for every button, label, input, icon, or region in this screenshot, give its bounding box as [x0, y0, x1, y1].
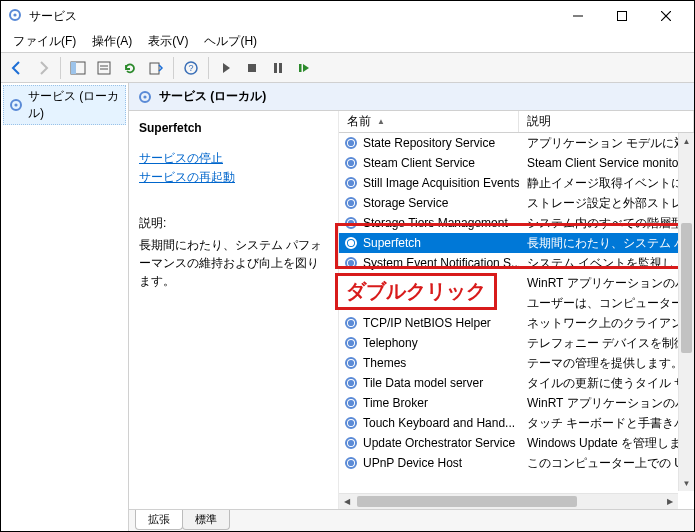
back-button[interactable] [5, 56, 29, 80]
service-desc-cell: このコンピューター上での UPnP デ [519, 455, 694, 472]
gear-icon [343, 435, 359, 451]
tree-item-label: サービス (ローカル) [28, 88, 121, 122]
svg-rect-15 [274, 63, 277, 73]
svg-point-25 [349, 161, 352, 164]
menu-file[interactable]: ファイル(F) [5, 31, 84, 52]
service-row[interactable]: Storage Serviceストレージ設定と外部ストレージの [339, 193, 694, 213]
svg-point-41 [349, 361, 352, 364]
pause-service-button[interactable] [266, 56, 290, 80]
service-name-cell: Time Broker [339, 395, 519, 411]
maximize-button[interactable] [600, 2, 644, 30]
scroll-right-arrow[interactable]: ▶ [662, 494, 678, 509]
export-list-button[interactable] [144, 56, 168, 80]
service-name-cell: Steam Client Service [339, 155, 519, 171]
horizontal-scrollbar[interactable]: ◀ ▶ [339, 493, 678, 509]
svg-point-24 [346, 158, 356, 168]
svg-point-32 [346, 238, 356, 248]
svg-point-48 [346, 438, 356, 448]
minimize-button[interactable] [556, 2, 600, 30]
service-desc-cell: テーマの管理を提供します。 [519, 355, 694, 372]
service-row[interactable]: Update Orchestrator ServiceWindows Updat… [339, 433, 694, 453]
gear-icon [137, 89, 153, 105]
toolbar-separator [208, 57, 209, 79]
service-name-cell: Telephony [339, 335, 519, 351]
service-row[interactable]: UPnP Device Hostこのコンピューター上での UPnP デ [339, 453, 694, 473]
service-name-cell: TCP/IP NetBIOS Helper [339, 315, 519, 331]
refresh-button[interactable] [118, 56, 142, 80]
service-name-cell: Update Orchestrator Service [339, 435, 519, 451]
start-service-button[interactable] [214, 56, 238, 80]
service-row[interactable]: Telephonyテレフォニー デバイスを制御するプ [339, 333, 694, 353]
gear-icon [8, 97, 24, 113]
svg-point-36 [346, 318, 356, 328]
service-row[interactable]: Tile Data model serverタイルの更新に使うタイル サーバ [339, 373, 694, 393]
svg-point-43 [349, 381, 352, 384]
service-name-cell: Still Image Acquisition Events [339, 175, 519, 191]
svg-rect-7 [71, 62, 76, 74]
show-hide-console-tree-button[interactable] [66, 56, 90, 80]
close-button[interactable] [644, 2, 688, 30]
gear-icon [343, 455, 359, 471]
properties-button[interactable] [92, 56, 116, 80]
svg-point-50 [346, 458, 356, 468]
menu-view[interactable]: 表示(V) [140, 31, 196, 52]
service-row[interactable]: Superfetch長期間にわたり、システム パフォー [339, 233, 694, 253]
menu-bar: ファイル(F) 操作(A) 表示(V) ヘルプ(H) [1, 31, 694, 53]
gear-icon [343, 315, 359, 331]
toolbar-separator [60, 57, 61, 79]
scroll-thumb-horizontal[interactable] [357, 496, 577, 507]
vertical-scrollbar[interactable]: ▲ ▼ [678, 133, 694, 491]
gear-icon [343, 355, 359, 371]
gear-icon [343, 215, 359, 231]
svg-point-23 [349, 141, 352, 144]
service-row[interactable]: Time BrokerWinRT アプリケーションのバックグ [339, 393, 694, 413]
svg-point-47 [349, 421, 352, 424]
sort-asc-icon: ▲ [377, 117, 385, 126]
service-name-cell: Themes [339, 355, 519, 371]
svg-rect-14 [248, 64, 256, 72]
svg-point-19 [14, 103, 17, 106]
service-row[interactable]: Themesテーマの管理を提供します。 [339, 353, 694, 373]
forward-button[interactable] [31, 56, 55, 80]
service-name-cell: System Event Notification S... [339, 255, 519, 271]
link-stop-service[interactable]: サービスの停止 [139, 149, 328, 168]
service-desc-cell: ネットワーク上のクライアントに対し [519, 315, 694, 332]
service-desc-cell: タッチ キーボードと手書きパネルの [519, 415, 694, 432]
service-desc-cell: ストレージ設定と外部ストレージの [519, 195, 694, 212]
service-desc-cell: システム内のすべての階層型記 [519, 215, 694, 232]
service-row[interactable]: System Event Notification S...システム イベントを… [339, 253, 694, 273]
service-name-cell: Superfetch [339, 235, 519, 251]
service-row[interactable]: State Repository Serviceアプリケーション モデルに対する… [339, 133, 694, 153]
scroll-thumb-vertical[interactable] [681, 223, 692, 353]
column-header-description[interactable]: 説明 [519, 111, 694, 132]
tab-standard[interactable]: 標準 [182, 510, 230, 530]
svg-point-37 [349, 321, 352, 324]
restart-service-button[interactable] [292, 56, 316, 80]
svg-point-46 [346, 418, 356, 428]
stop-service-button[interactable] [240, 56, 264, 80]
svg-point-42 [346, 378, 356, 388]
service-row[interactable]: TCP/IP NetBIOS Helperネットワーク上のクライアントに対し [339, 313, 694, 333]
help-button[interactable]: ? [179, 56, 203, 80]
scroll-up-arrow[interactable]: ▲ [679, 133, 694, 149]
menu-action[interactable]: 操作(A) [84, 31, 140, 52]
list-body[interactable]: State Repository Serviceアプリケーション モデルに対する… [339, 133, 694, 509]
svg-rect-3 [618, 12, 627, 21]
menu-help[interactable]: ヘルプ(H) [196, 31, 265, 52]
service-row[interactable]: Steam Client ServiceSteam Client Service… [339, 153, 694, 173]
scroll-left-arrow[interactable]: ◀ [339, 494, 355, 509]
service-row[interactable]: Touch Keyboard and Hand...タッチ キーボードと手書きパ… [339, 413, 694, 433]
svg-point-38 [346, 338, 356, 348]
service-row[interactable]: Still Image Acquisition Events静止イメージ取得イベ… [339, 173, 694, 193]
gear-icon [343, 235, 359, 251]
tree-item-services-local[interactable]: サービス (ローカル) [3, 85, 126, 125]
link-restart-service[interactable]: サービスの再起動 [139, 168, 328, 187]
svg-point-34 [346, 258, 356, 268]
gear-icon [343, 135, 359, 151]
tab-extended[interactable]: 拡張 [135, 510, 183, 530]
detail-row: Superfetch サービスの停止 サービスの再起動 説明: 長期間にわたり、… [129, 111, 694, 509]
service-row[interactable]: Storage Tiers Managementシステム内のすべての階層型記 [339, 213, 694, 233]
column-header-name[interactable]: 名前 ▲ [339, 111, 519, 132]
pane-header: サービス (ローカル) [129, 83, 694, 111]
scroll-down-arrow[interactable]: ▼ [679, 475, 694, 491]
